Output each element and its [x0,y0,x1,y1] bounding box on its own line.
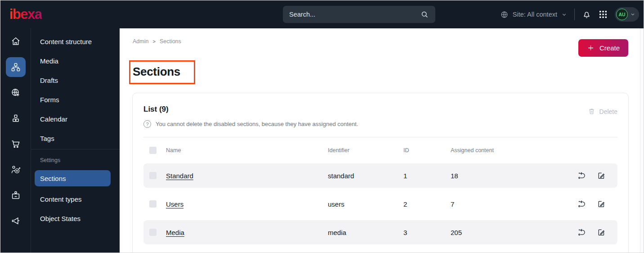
commerce-cart-icon[interactable] [6,134,26,154]
section-link[interactable]: Users [166,200,183,208]
cell-identifier: standard [328,172,403,180]
select-all-checkbox[interactable] [149,147,157,154]
edit-icon[interactable] [597,199,606,208]
settings-section-label: Settings [31,150,120,170]
page-title-highlight-box: Sections [129,60,195,84]
sidebar-item-object-states[interactable]: Object States [31,209,120,228]
page-title: Sections [133,65,180,79]
breadcrumb-admin[interactable]: Admin [133,38,148,45]
plus-icon [587,44,595,52]
icon-rail [0,28,31,253]
delete-button-label: Delete [599,108,617,115]
column-header-identifier: Identifier [328,147,403,154]
cell-id: 3 [403,229,451,236]
home-icon[interactable] [6,32,26,51]
breadcrumb: Admin > Sections [133,38,181,45]
sidebar-item-forms[interactable]: Forms [31,90,120,109]
cell-identifier: media [328,229,403,236]
sections-table: Name Identifier ID Assigned content Stan… [133,137,628,244]
help-note-text: You cannot delete the disabled sections,… [156,121,358,127]
help-question-icon: ? [143,120,151,128]
column-header-assigned-content: Assigned content [451,147,617,154]
table-row: Users users 2 7 [143,192,617,216]
sidebar-item-content-structure[interactable]: Content structure [31,32,120,51]
ibexa-logo[interactable]: ibexa [9,6,42,23]
edit-icon[interactable] [597,228,606,237]
main-content: Admin > Sections Create Sections List (9… [120,28,644,253]
search-icon[interactable] [420,10,429,19]
create-button-label: Create [599,44,620,52]
app-grid-icon[interactable] [599,10,607,18]
cell-identifier: users [328,200,403,208]
table-row: Media media 3 205 [143,220,617,244]
assign-content-icon[interactable] [577,199,586,208]
card-header: List (9) ? You cannot delete the disable… [133,93,628,137]
menu-divider [31,149,120,149]
sidebar: Content structure Media Drafts Forms Cal… [0,28,120,253]
site-context-label: Site: All context [513,11,557,18]
assign-content-icon[interactable] [577,228,586,237]
list-title: List (9) [143,105,617,114]
scrollbar[interactable] [640,28,644,253]
admin-badge-icon[interactable] [6,185,26,205]
table-header-row: Name Identifier ID Assigned content [143,137,617,163]
sidebar-item-drafts[interactable]: Drafts [31,71,120,90]
section-link[interactable]: Standard [166,172,193,180]
cell-assigned-content: 18 [451,172,577,180]
product-catalog-icon[interactable] [6,108,26,128]
search-input[interactable] [289,11,420,18]
help-note: ? You cannot delete the disabled section… [143,120,617,128]
sidebar-menu: Content structure Media Drafts Forms Cal… [31,28,120,253]
personalization-icon[interactable] [6,160,26,180]
sidebar-item-tags[interactable]: Tags [31,129,120,148]
cell-id: 1 [403,172,451,180]
sidebar-item-media[interactable]: Media [31,51,120,71]
row-checkbox[interactable] [149,200,157,208]
chevron-down-icon [630,12,635,17]
table-row: Standard standard 1 18 [143,163,617,188]
section-link[interactable]: Media [166,229,184,236]
trash-icon [588,108,595,115]
avatar: AU [616,9,628,20]
cell-assigned-content: 205 [451,229,577,236]
topbar: ibexa Site: All context [0,0,644,28]
cell-id: 2 [403,200,451,208]
row-checkbox[interactable] [149,172,157,179]
site-icon[interactable] [6,83,26,103]
global-search [283,6,435,23]
edit-icon[interactable] [597,171,606,180]
sections-list-card: List (9) ? You cannot delete the disable… [132,93,629,253]
topbar-divider [574,9,575,20]
topbar-right: Site: All context [500,0,639,28]
chevron-down-icon [561,12,567,18]
cell-assigned-content: 7 [451,200,577,208]
delete-button[interactable]: Delete [588,108,617,115]
sidebar-item-sections[interactable]: Sections [35,170,111,186]
assign-content-icon[interactable] [577,171,586,180]
column-header-name: Name [166,147,328,154]
row-checkbox[interactable] [149,229,157,236]
marketing-megaphone-icon[interactable] [6,211,26,231]
breadcrumb-separator: > [152,39,155,44]
app-window: ibexa Site: All context [0,0,644,253]
column-header-id: ID [403,147,451,154]
create-button[interactable]: Create [578,39,628,57]
site-context-selector[interactable]: Site: All context [500,10,567,19]
sidebar-item-content-types[interactable]: Content types [31,190,120,209]
content-tree-icon[interactable] [6,57,26,77]
card-divider [143,137,617,137]
user-menu[interactable]: AU [615,7,639,22]
notifications-bell-icon[interactable] [582,10,591,19]
sidebar-item-calendar[interactable]: Calendar [31,109,120,129]
globe-icon [500,10,509,19]
breadcrumb-sections[interactable]: Sections [160,38,181,45]
